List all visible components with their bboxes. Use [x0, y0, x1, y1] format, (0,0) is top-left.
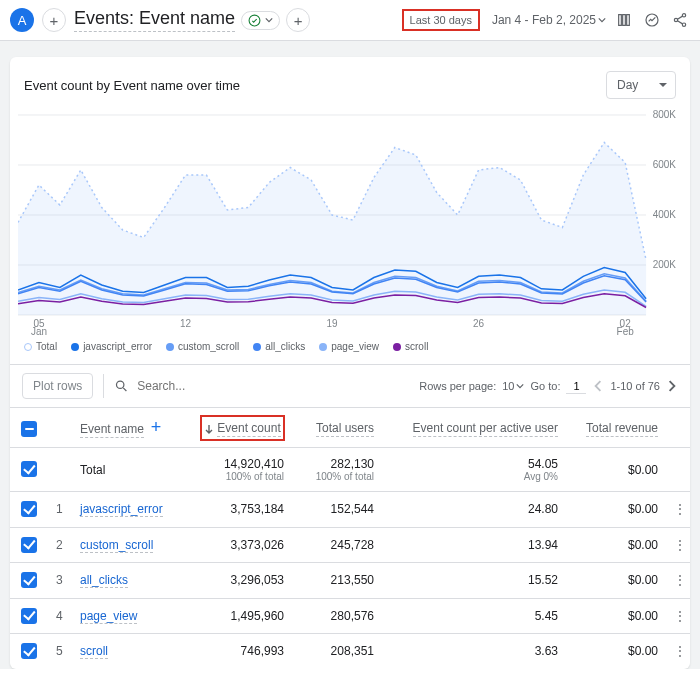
prev-page-button[interactable] — [592, 380, 604, 392]
row-checkbox[interactable] — [21, 608, 37, 624]
legend-item[interactable]: page_view — [319, 341, 379, 352]
event-name-link[interactable]: all_clicks — [80, 573, 128, 588]
row-menu-icon[interactable]: ⋮ — [674, 609, 686, 623]
row-checkbox[interactable] — [21, 643, 37, 659]
granularity-select[interactable]: Day — [606, 71, 676, 99]
goto-label: Go to: — [530, 380, 560, 392]
legend-swatch — [393, 343, 401, 351]
svg-point-4 — [682, 23, 685, 26]
svg-text:Feb: Feb — [617, 326, 635, 335]
row-menu-icon[interactable]: ⋮ — [674, 538, 686, 552]
svg-point-21 — [117, 381, 124, 388]
chart-series — [18, 143, 646, 316]
svg-text:200K: 200K — [653, 259, 676, 270]
row-index: 1 — [48, 492, 72, 528]
cell-count: 1,495,960 — [192, 598, 292, 634]
cell-revenue: $0.00 — [566, 634, 666, 669]
table-row: 4page_view1,495,960280,5765.45$0.00⋮ — [10, 598, 690, 634]
event-name-link[interactable]: scroll — [80, 644, 108, 659]
table-row: 5scroll746,993208,3513.63$0.00⋮ — [10, 634, 690, 669]
svg-point-3 — [674, 18, 677, 21]
row-menu-icon[interactable]: ⋮ — [674, 502, 686, 516]
sort-arrow-down-icon — [204, 424, 214, 434]
date-preset-badge: Last 30 days — [402, 9, 480, 31]
customize-columns-icon[interactable] — [614, 10, 634, 30]
col-header-name[interactable]: Event name — [80, 422, 144, 438]
top-bar: A + Events: Event name + Last 30 days Ja… — [0, 0, 700, 41]
profile-avatar[interactable]: A — [10, 8, 34, 32]
add-left-button[interactable]: + — [42, 8, 66, 32]
col-header-count[interactable]: Event count — [217, 421, 280, 437]
legend-item[interactable]: custom_scroll — [166, 341, 239, 352]
legend-item[interactable]: scroll — [393, 341, 428, 352]
cell-users: 245,728 — [292, 527, 382, 563]
event-name-link[interactable]: custom_scroll — [80, 538, 153, 553]
row-checkbox[interactable] — [21, 537, 37, 553]
totals-row: Total 14,920,410100% of total 282,130100… — [10, 448, 690, 492]
row-checkbox[interactable] — [21, 572, 37, 588]
event-name-link[interactable]: javascript_error — [80, 502, 163, 517]
legend-swatch — [253, 343, 261, 351]
event-name-link[interactable]: page_view — [80, 609, 137, 624]
table-row: 3all_clicks3,296,053213,55015.52$0.00⋮ — [10, 563, 690, 599]
legend-label: Total — [36, 341, 57, 352]
share-icon[interactable] — [670, 10, 690, 30]
svg-text:400K: 400K — [653, 209, 676, 220]
totals-label: Total — [72, 448, 192, 492]
chart-title: Event count by Event name over time — [24, 78, 240, 93]
svg-point-2 — [682, 14, 685, 17]
search-input[interactable] — [135, 378, 413, 394]
status-pill[interactable] — [241, 11, 280, 30]
cell-revenue: $0.00 — [566, 598, 666, 634]
col-header-users[interactable]: Total users — [316, 421, 374, 437]
cell-revenue: $0.00 — [566, 563, 666, 599]
svg-text:19: 19 — [327, 318, 339, 329]
goto-input[interactable] — [566, 379, 586, 394]
svg-text:800K: 800K — [653, 109, 676, 120]
table-toolbar: Plot rows Rows per page: 10 Go to: 1-10 … — [10, 364, 690, 407]
col-header-revenue[interactable]: Total revenue — [586, 421, 658, 437]
chart[interactable]: 200K400K600K800K 05Jan12192602Feb — [10, 105, 690, 335]
next-page-button[interactable] — [666, 380, 678, 392]
cell-users: 152,544 — [292, 492, 382, 528]
legend-label: all_clicks — [265, 341, 305, 352]
content-area: Event count by Event name over time Day … — [0, 41, 700, 669]
pagination: Rows per page: 10 Go to: 1-10 of 76 — [419, 379, 678, 394]
svg-point-0 — [249, 15, 260, 26]
cell-count: 3,296,053 — [192, 563, 292, 599]
row-checkbox[interactable] — [21, 461, 37, 477]
row-checkbox[interactable] — [21, 501, 37, 517]
legend-label: scroll — [405, 341, 428, 352]
svg-text:26: 26 — [473, 318, 485, 329]
cell-count: 3,373,026 — [192, 527, 292, 563]
rows-per-page-select[interactable]: 10 — [502, 380, 524, 392]
row-menu-icon[interactable]: ⋮ — [674, 644, 686, 658]
legend-item[interactable]: javascript_error — [71, 341, 152, 352]
col-header-per-user[interactable]: Event count per active user — [413, 421, 558, 437]
legend-item[interactable]: all_clicks — [253, 341, 305, 352]
date-range-picker[interactable]: Jan 4 - Feb 2, 2025 — [492, 13, 606, 27]
cell-count: 746,993 — [192, 634, 292, 669]
row-index: 3 — [48, 563, 72, 599]
chevron-down-icon — [516, 382, 524, 390]
select-all-checkbox[interactable] — [21, 421, 37, 437]
row-menu-icon[interactable]: ⋮ — [674, 573, 686, 587]
chart-legend: Totaljavascript_errorcustom_scrollall_cl… — [10, 335, 690, 364]
add-filter-button[interactable]: + — [286, 8, 310, 32]
data-table: Event name + Event count Total users Eve… — [10, 407, 690, 669]
legend-label: custom_scroll — [178, 341, 239, 352]
plot-rows-button[interactable]: Plot rows — [22, 373, 93, 399]
table-row: 2custom_scroll3,373,026245,72813.94$0.00… — [10, 527, 690, 563]
rows-per-page-label: Rows per page: — [419, 380, 496, 392]
legend-item[interactable]: Total — [24, 341, 57, 352]
row-index: 4 — [48, 598, 72, 634]
page-title[interactable]: Events: Event name — [74, 8, 235, 32]
col-header-count-highlighted: Event count — [200, 415, 285, 441]
table-row: 1javascript_error3,753,184152,54424.80$0… — [10, 492, 690, 528]
legend-label: javascript_error — [83, 341, 152, 352]
insights-icon[interactable] — [642, 10, 662, 30]
cell-users: 208,351 — [292, 634, 382, 669]
add-dimension-button[interactable]: + — [151, 417, 162, 437]
legend-label: page_view — [331, 341, 379, 352]
svg-text:Jan: Jan — [31, 326, 47, 335]
